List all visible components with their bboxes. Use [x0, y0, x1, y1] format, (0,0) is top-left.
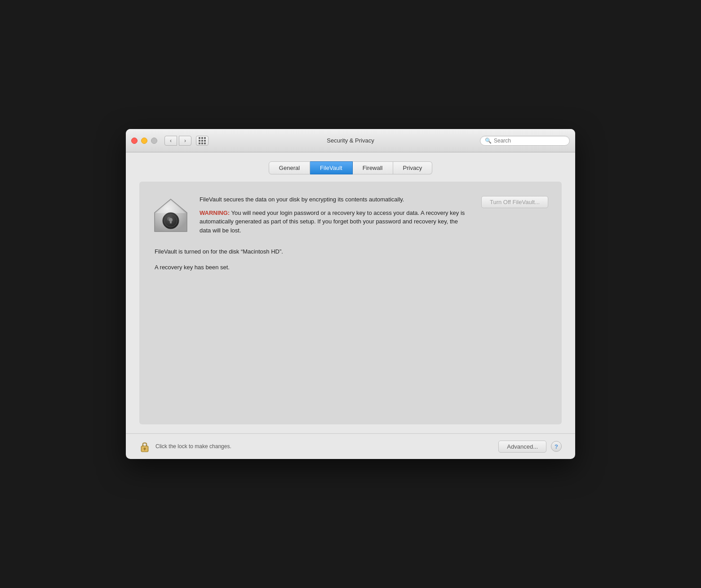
system-preferences-window: ‹ › Security & Privacy 🔍 General FileVau… [126, 129, 575, 459]
grid-view-button[interactable] [196, 136, 209, 146]
panel-description: FileVault secures the data on your disk … [200, 195, 470, 235]
tab-general[interactable]: General [269, 161, 310, 174]
minimize-button[interactable] [141, 138, 147, 144]
tab-bar: General FileVault Firewall Privacy [139, 161, 562, 174]
filevault-icon [153, 197, 189, 233]
bottom-bar: Click the lock to make changes. Advanced… [126, 433, 575, 459]
advanced-button[interactable]: Advanced... [498, 441, 546, 453]
warning-body: You will need your login password or a r… [200, 209, 465, 234]
maximize-button[interactable] [151, 138, 157, 144]
grid-icon [199, 137, 206, 144]
traffic-lights [131, 138, 157, 144]
help-button[interactable]: ? [551, 441, 562, 452]
search-icon: 🔍 [485, 138, 492, 144]
tab-privacy[interactable]: Privacy [393, 161, 433, 174]
filevault-warning: WARNING: You will need your login passwo… [200, 209, 470, 235]
back-button[interactable]: ‹ [164, 136, 177, 146]
filevault-status: FileVault is turned on for the disk “Mac… [153, 248, 548, 255]
svg-marker-1 [156, 200, 186, 213]
panel-top: FileVault secures the data on your disk … [153, 195, 548, 235]
window-title: Security & Privacy [327, 137, 374, 144]
titlebar: ‹ › Security & Privacy 🔍 [126, 129, 575, 152]
filevault-panel: FileVault secures the data on your disk … [139, 182, 562, 424]
turn-off-filevault-button[interactable]: Turn Off FileVault... [481, 196, 548, 208]
close-button[interactable] [131, 138, 138, 144]
lock-label: Click the lock to make changes. [155, 443, 231, 450]
search-input[interactable] [494, 138, 565, 144]
lock-icon[interactable] [139, 440, 150, 453]
search-box[interactable]: 🔍 [480, 136, 570, 146]
bottom-actions: Advanced... ? [498, 441, 562, 453]
tab-firewall[interactable]: Firewall [353, 161, 393, 174]
warning-label: WARNING: [200, 209, 230, 216]
filevault-description: FileVault secures the data on your disk … [200, 195, 470, 204]
tab-filevault[interactable]: FileVault [310, 161, 353, 174]
content-area: General FileVault Firewall Privacy [126, 152, 575, 433]
svg-rect-10 [144, 449, 145, 450]
lock-area: Click the lock to make changes. [139, 440, 231, 453]
forward-button[interactable]: › [179, 136, 191, 146]
recovery-key-status: A recovery key has been set. [153, 264, 548, 271]
svg-rect-6 [170, 221, 172, 223]
nav-buttons: ‹ › [164, 136, 191, 146]
